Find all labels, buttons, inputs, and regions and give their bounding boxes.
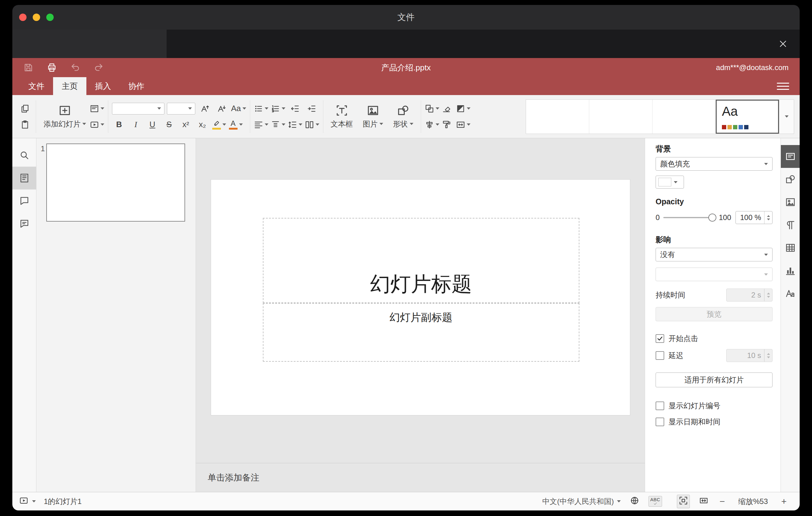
bold-button[interactable]: B — [112, 118, 126, 131]
italic-button[interactable]: I — [129, 118, 143, 131]
font-color-button[interactable]: A — [229, 118, 243, 131]
background-color-picker[interactable] — [656, 176, 684, 189]
spellcheck-button[interactable]: ABC — [648, 496, 662, 507]
columns-button[interactable] — [305, 118, 319, 131]
numbering-button[interactable] — [271, 103, 285, 115]
opacity-spinner[interactable]: 100 % — [735, 211, 773, 224]
theme-option-2[interactable] — [589, 100, 652, 134]
document-language-button[interactable] — [630, 496, 639, 507]
slide-layout-button[interactable] — [90, 103, 104, 115]
theme-gallery-expand-button[interactable] — [779, 99, 794, 134]
copy-button[interactable] — [18, 103, 32, 115]
arrange-shapes-button[interactable] — [425, 103, 439, 115]
sidebar-item-chart-settings[interactable] — [781, 259, 800, 282]
insert-shape-button[interactable]: 形状 — [389, 104, 417, 129]
theme-option-selected[interactable]: Aa — [716, 100, 779, 134]
increase-font-button[interactable] — [198, 103, 212, 115]
apply-to-all-slides-button[interactable]: 适用于所有幻灯片 — [656, 372, 773, 387]
background-fill-select[interactable]: 颜色填充 — [656, 157, 773, 171]
decrease-indent-button[interactable] — [288, 103, 302, 115]
print-icon[interactable] — [47, 63, 57, 73]
preview-button[interactable]: 预览 — [656, 307, 773, 321]
slide[interactable]: 幻灯片标题 幻灯片副标题 — [211, 179, 630, 415]
delay-spinner[interactable]: 10 s — [726, 349, 773, 362]
redo-icon[interactable] — [94, 63, 104, 73]
sidebar-item-feedback[interactable] — [12, 212, 36, 235]
align-shapes-button[interactable] — [425, 118, 439, 131]
add-slide-button[interactable]: 添加幻灯片 — [40, 104, 90, 129]
decrease-font-button[interactable] — [214, 103, 229, 115]
chevron-down-icon — [223, 123, 226, 125]
subscript-button[interactable]: x₂ — [195, 118, 209, 131]
chevron-down-icon[interactable] — [32, 500, 36, 503]
duration-spinner[interactable]: 2 s — [726, 289, 773, 302]
opacity-slider[interactable] — [663, 217, 715, 218]
insert-image-button[interactable]: 图片 — [359, 104, 387, 129]
slide-title-placeholder[interactable]: 幻灯片标题 — [263, 218, 579, 303]
underline-button[interactable]: U — [145, 118, 160, 131]
bullets-button[interactable] — [254, 103, 268, 115]
notes-area[interactable]: 单击添加备注 — [196, 463, 645, 492]
slide-size-button[interactable] — [456, 118, 470, 131]
copy-style-button[interactable] — [439, 118, 454, 131]
increase-indent-button[interactable] — [304, 103, 319, 115]
clear-style-button[interactable] — [439, 103, 454, 115]
step-up-icon[interactable] — [767, 215, 770, 217]
paste-button[interactable] — [18, 118, 32, 131]
effect-type-select[interactable] — [656, 267, 773, 281]
chevron-down-icon — [764, 274, 768, 276]
tab-file[interactable]: 文件 — [20, 77, 53, 95]
show-slide-number-checkbox[interactable] — [656, 402, 664, 410]
delay-checkbox[interactable] — [656, 351, 664, 360]
line-spacing-button[interactable] — [288, 118, 302, 131]
opacity-slider-handle[interactable] — [708, 213, 716, 222]
sidebar-item-paragraph-settings[interactable] — [781, 213, 800, 236]
start-on-click-checkbox[interactable] — [656, 334, 664, 343]
font-size-select[interactable] — [167, 103, 195, 114]
save-icon[interactable] — [24, 63, 33, 73]
textbox-button[interactable]: 文本框 — [327, 104, 357, 129]
horizontal-align-button[interactable] — [254, 118, 268, 131]
slide-subtitle-placeholder[interactable]: 幻灯片副标题 — [263, 303, 579, 362]
sidebar-item-slides[interactable] — [12, 167, 36, 190]
sidebar-item-comments[interactable] — [12, 190, 36, 212]
zoom-level: 缩放%53 — [736, 496, 770, 507]
chevron-down-icon — [100, 107, 104, 110]
vertical-align-button[interactable] — [271, 118, 285, 131]
fit-to-slide-button[interactable] — [677, 495, 690, 508]
sidebar-item-image-settings[interactable] — [781, 191, 800, 213]
strikeout-button[interactable]: S — [162, 118, 176, 131]
slide-thumbnail[interactable] — [46, 144, 185, 222]
opacity-label: Opacity — [656, 197, 773, 206]
sidebar-item-slide-settings[interactable] — [781, 145, 800, 168]
step-down-icon[interactable] — [767, 219, 770, 220]
start-slideshow-statusbar-button[interactable] — [19, 496, 28, 507]
shape-fill-button[interactable] — [456, 103, 470, 115]
zoom-in-button[interactable]: + — [779, 496, 788, 507]
sidebar-item-shape-settings[interactable] — [781, 168, 800, 191]
theme-option-3[interactable] — [652, 100, 716, 134]
font-name-select[interactable] — [112, 103, 165, 114]
fit-to-width-button[interactable] — [699, 496, 708, 507]
minimize-window-button[interactable] — [33, 13, 40, 21]
zoom-out-button[interactable]: − — [718, 496, 727, 507]
close-preview-button[interactable] — [776, 37, 790, 51]
highlight-color-button[interactable] — [212, 118, 226, 131]
sidebar-item-table-settings[interactable] — [781, 236, 800, 259]
start-slideshow-button[interactable] — [90, 118, 104, 131]
tab-home[interactable]: 主页 — [53, 77, 86, 95]
fullscreen-window-button[interactable] — [46, 13, 54, 21]
tab-collaboration[interactable]: 协作 — [120, 77, 153, 95]
superscript-button[interactable]: x² — [179, 118, 193, 131]
sidebar-item-textart-settings[interactable] — [781, 282, 800, 305]
language-selector[interactable]: 中文(中华人民共和国) — [542, 496, 621, 507]
tab-insert[interactable]: 插入 — [86, 77, 120, 95]
sidebar-item-search[interactable] — [12, 144, 36, 167]
close-window-button[interactable] — [19, 13, 27, 21]
show-date-time-checkbox[interactable] — [656, 418, 664, 426]
theme-option-1[interactable] — [526, 100, 589, 134]
effect-select[interactable]: 没有 — [656, 248, 773, 261]
undo-icon[interactable] — [70, 63, 80, 73]
hamburger-menu-icon[interactable] — [777, 77, 789, 95]
change-case-button[interactable]: Aa — [231, 103, 246, 115]
